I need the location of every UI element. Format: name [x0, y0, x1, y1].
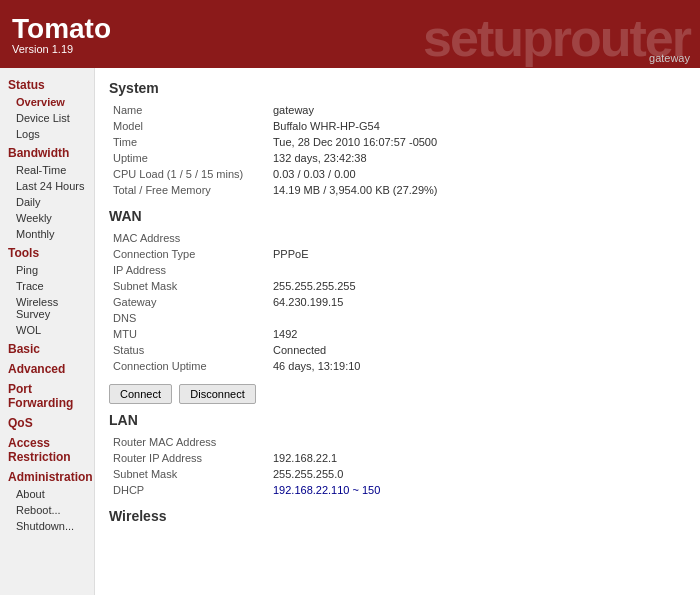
field-value: 192.168.22.1 — [269, 450, 686, 466]
wan-table: MAC Address Connection Type PPPoE IP Add… — [109, 230, 686, 374]
system-title: System — [109, 80, 686, 96]
sidebar-section-tools: Tools — [0, 242, 94, 262]
table-row: Subnet Mask 255.255.255.0 — [109, 466, 686, 482]
table-row: Name gateway — [109, 102, 686, 118]
sidebar-item-device-list[interactable]: Device List — [0, 110, 94, 126]
field-value dhcp-highlight: 192.168.22.110 ~ 150 — [269, 482, 686, 498]
sidebar-item-logs[interactable]: Logs — [0, 126, 94, 142]
lan-title: LAN — [109, 412, 686, 428]
lan-table: Router MAC Address Router IP Address 192… — [109, 434, 686, 498]
sidebar-item-about[interactable]: About — [0, 486, 94, 502]
sidebar-section-status: Status — [0, 74, 94, 94]
field-label: IP Address — [109, 262, 269, 278]
sidebar-item-overview[interactable]: Overview — [0, 94, 94, 110]
sidebar-section-port-forwarding: Port Forwarding — [0, 378, 94, 412]
sidebar-item-shutdown[interactable]: Shutdown... — [0, 518, 94, 534]
sidebar-item-last-24-hours[interactable]: Last 24 Hours — [0, 178, 94, 194]
sidebar: Status Overview Device List Logs Bandwid… — [0, 68, 95, 595]
disconnect-button[interactable]: Disconnect — [179, 384, 255, 404]
table-row: Router IP Address 192.168.22.1 — [109, 450, 686, 466]
field-label: Gateway — [109, 294, 269, 310]
field-label: DHCP — [109, 482, 269, 498]
sidebar-item-ping[interactable]: Ping — [0, 262, 94, 278]
sidebar-item-weekly[interactable]: Weekly — [0, 210, 94, 226]
table-row: Connection Uptime 46 days, 13:19:10 — [109, 358, 686, 374]
field-value: 14.19 MB / 3,954.00 KB (27.29%) — [269, 182, 686, 198]
field-value — [269, 230, 686, 246]
field-label: Router IP Address — [109, 450, 269, 466]
field-value: 132 days, 23:42:38 — [269, 150, 686, 166]
sidebar-section-advanced: Advanced — [0, 358, 94, 378]
sidebar-section-access-restriction: Access Restriction — [0, 432, 94, 466]
field-label: Time — [109, 134, 269, 150]
field-value — [269, 262, 686, 278]
table-row: Total / Free Memory 14.19 MB / 3,954.00 … — [109, 182, 686, 198]
sidebar-item-reboot[interactable]: Reboot... — [0, 502, 94, 518]
field-value — [269, 434, 686, 450]
table-row: Subnet Mask 255.255.255.255 — [109, 278, 686, 294]
field-value: 0.03 / 0.03 / 0.00 — [269, 166, 686, 182]
sidebar-item-wol[interactable]: WOL — [0, 322, 94, 338]
field-value — [269, 310, 686, 326]
field-label: Subnet Mask — [109, 278, 269, 294]
field-label: Name — [109, 102, 269, 118]
wireless-title: Wireless — [109, 508, 686, 524]
table-row: IP Address — [109, 262, 686, 278]
brand: Tomato Version 1.19 — [12, 15, 111, 55]
header: Tomato Version 1.19 setuprouter gateway — [0, 0, 700, 68]
field-label: Total / Free Memory — [109, 182, 269, 198]
sidebar-item-real-time[interactable]: Real-Time — [0, 162, 94, 178]
table-row: Time Tue, 28 Dec 2010 16:07:57 -0500 — [109, 134, 686, 150]
field-value: 1492 — [269, 326, 686, 342]
sidebar-item-monthly[interactable]: Monthly — [0, 226, 94, 242]
field-value: 255.255.255.255 — [269, 278, 686, 294]
field-value: Buffalo WHR-HP-G54 — [269, 118, 686, 134]
field-label: CPU Load (1 / 5 / 15 mins) — [109, 166, 269, 182]
gateway-label: gateway — [649, 52, 690, 64]
table-row: CPU Load (1 / 5 / 15 mins) 0.03 / 0.03 /… — [109, 166, 686, 182]
table-row: MTU 1492 — [109, 326, 686, 342]
sidebar-section-basic: Basic — [0, 338, 94, 358]
table-row: Model Buffalo WHR-HP-G54 — [109, 118, 686, 134]
sidebar-section-qos: QoS — [0, 412, 94, 432]
field-label: Uptime — [109, 150, 269, 166]
table-row: DHCP 192.168.22.110 ~ 150 — [109, 482, 686, 498]
wan-buttons: Connect Disconnect — [109, 384, 686, 404]
field-label: MTU — [109, 326, 269, 342]
table-row: DNS — [109, 310, 686, 326]
sidebar-item-trace[interactable]: Trace — [0, 278, 94, 294]
field-value: PPPoE — [269, 246, 686, 262]
field-value: 255.255.255.0 — [269, 466, 686, 482]
system-table: Name gateway Model Buffalo WHR-HP-G54 Ti… — [109, 102, 686, 198]
table-row: Connection Type PPPoE — [109, 246, 686, 262]
sidebar-item-wireless-survey[interactable]: Wireless Survey — [0, 294, 94, 322]
sidebar-section-administration: Administration — [0, 466, 94, 486]
field-value: Tue, 28 Dec 2010 16:07:57 -0500 — [269, 134, 686, 150]
app-version: Version 1.19 — [12, 43, 111, 55]
field-label: Subnet Mask — [109, 466, 269, 482]
field-label: MAC Address — [109, 230, 269, 246]
field-value: gateway — [269, 102, 686, 118]
main-content: System Name gateway Model Buffalo WHR-HP… — [95, 68, 700, 595]
table-row: Gateway 64.230.199.15 — [109, 294, 686, 310]
sidebar-item-daily[interactable]: Daily — [0, 194, 94, 210]
field-label: Status — [109, 342, 269, 358]
table-row: Status Connected — [109, 342, 686, 358]
connect-button[interactable]: Connect — [109, 384, 172, 404]
table-row: Uptime 132 days, 23:42:38 — [109, 150, 686, 166]
field-value: Connected — [269, 342, 686, 358]
field-label: Connection Uptime — [109, 358, 269, 374]
field-value: 46 days, 13:19:10 — [269, 358, 686, 374]
table-row: MAC Address — [109, 230, 686, 246]
wan-title: WAN — [109, 208, 686, 224]
layout: Status Overview Device List Logs Bandwid… — [0, 68, 700, 595]
field-label: Model — [109, 118, 269, 134]
field-label: Router MAC Address — [109, 434, 269, 450]
app-name: Tomato — [12, 15, 111, 43]
sidebar-section-bandwidth: Bandwidth — [0, 142, 94, 162]
field-label: Connection Type — [109, 246, 269, 262]
field-value: 64.230.199.15 — [269, 294, 686, 310]
table-row: Router MAC Address — [109, 434, 686, 450]
field-label: DNS — [109, 310, 269, 326]
